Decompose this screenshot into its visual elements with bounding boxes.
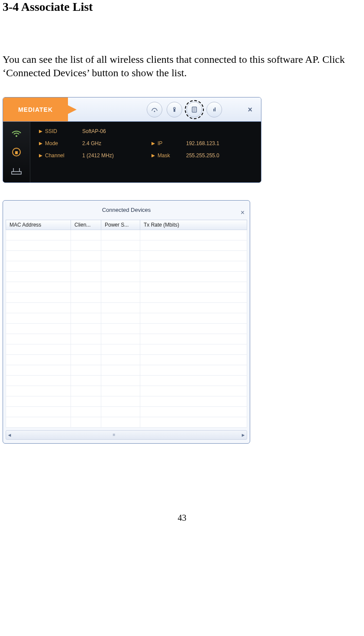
ip-label: IP xyxy=(151,140,182,146)
mediatek-app-window: MEDIATEK × xyxy=(3,97,261,183)
mode-label: Mode xyxy=(39,140,78,146)
svg-rect-7 xyxy=(213,109,214,111)
table-row xyxy=(6,396,247,407)
connected-devices-button[interactable] xyxy=(187,102,202,117)
table-row xyxy=(6,251,247,261)
signal-icon[interactable] xyxy=(147,102,162,117)
brand-logo: MEDIATEK xyxy=(3,97,68,121)
table-row xyxy=(6,355,247,365)
table-row xyxy=(6,240,247,251)
section-body: You can see the list of all wireless cli… xyxy=(3,53,361,80)
lock-icon[interactable] xyxy=(8,145,25,159)
ssid-value: SoftAP-06 xyxy=(82,128,147,134)
table-row xyxy=(6,344,247,355)
devices-table: MAC Address Clien... Power S... Tx Rate … xyxy=(6,220,247,428)
table-row xyxy=(6,272,247,282)
devices-titlebar: Connected Devices × xyxy=(3,201,250,220)
table-row xyxy=(6,261,247,272)
horizontal-scrollbar[interactable]: ◄ ≡ ► xyxy=(6,430,247,440)
svg-rect-12 xyxy=(12,172,21,174)
table-row xyxy=(6,230,247,240)
table-row xyxy=(6,292,247,303)
app-body: SSID SoftAP-06 Mode 2.4 GHz IP 192.168.1… xyxy=(3,122,261,182)
security-icon[interactable] xyxy=(167,102,182,117)
close-icon[interactable]: × xyxy=(248,105,252,114)
col-mac[interactable]: MAC Address xyxy=(6,220,71,230)
col-power[interactable]: Power S... xyxy=(101,220,140,230)
devices-close-icon[interactable]: × xyxy=(241,203,245,222)
channel-label: Channel xyxy=(39,153,78,159)
channel-value: 1 (2412 MHz) xyxy=(82,153,147,159)
table-row xyxy=(6,313,247,324)
info-icon[interactable] xyxy=(206,102,222,117)
sidebar xyxy=(3,122,30,182)
wifi-icon[interactable] xyxy=(8,126,25,140)
table-row xyxy=(6,407,247,417)
app-titlebar: MEDIATEK × xyxy=(3,97,261,122)
scroll-right-icon[interactable]: ► xyxy=(240,432,247,438)
svg-point-1 xyxy=(174,107,175,109)
page-number: 43 xyxy=(3,513,361,523)
toolbar xyxy=(147,102,222,117)
ip-value: 192.168.123.1 xyxy=(186,140,251,146)
svg-point-9 xyxy=(16,135,17,137)
info-grid: SSID SoftAP-06 Mode 2.4 GHz IP 192.168.1… xyxy=(30,122,261,182)
mask-label: Mask xyxy=(151,153,182,159)
table-row xyxy=(6,282,247,292)
scroll-grip-icon: ≡ xyxy=(113,432,116,437)
scroll-left-icon[interactable]: ◄ xyxy=(6,432,13,438)
devices-title: Connected Devices xyxy=(102,207,151,213)
table-row xyxy=(6,376,247,386)
mask-value: 255.255.255.0 xyxy=(186,153,251,159)
col-client[interactable]: Clien... xyxy=(71,220,101,230)
connected-devices-panel: Connected Devices × MAC Address Clien...… xyxy=(3,200,250,444)
table-row xyxy=(6,334,247,344)
svg-rect-11 xyxy=(15,151,18,154)
section-heading: 3-4 Associate List xyxy=(3,0,361,14)
ssid-label: SSID xyxy=(39,128,78,134)
table-row xyxy=(6,365,247,376)
table-row xyxy=(6,324,247,334)
table-row xyxy=(6,386,247,396)
table-row xyxy=(6,303,247,313)
svg-rect-8 xyxy=(215,107,216,111)
mode-value: 2.4 GHz xyxy=(82,140,147,146)
col-txrate[interactable]: Tx Rate (Mbits) xyxy=(140,220,247,230)
table-row xyxy=(6,417,247,428)
svg-point-0 xyxy=(154,111,155,112)
devices-tbody xyxy=(6,230,247,428)
router-icon[interactable] xyxy=(8,164,25,178)
svg-rect-2 xyxy=(174,109,175,112)
